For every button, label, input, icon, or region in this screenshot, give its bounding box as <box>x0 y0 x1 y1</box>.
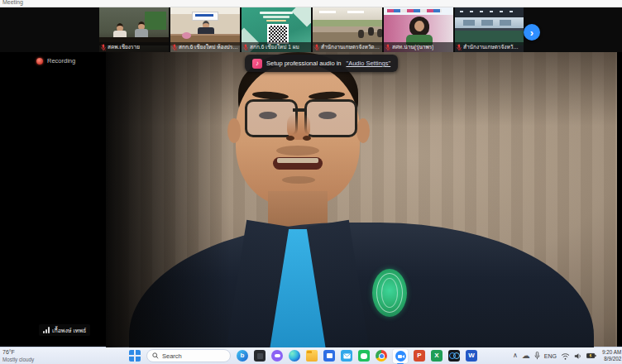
microphone-icon[interactable] <box>534 352 540 360</box>
participant-name: สศท.น่าน(รุ่นาพร) <box>392 42 433 52</box>
line-app-icon[interactable] <box>358 350 370 362</box>
start-button[interactable] <box>129 350 141 362</box>
participant-label: สำนักงานเกษตรจังหวัดพิจิ... <box>313 42 382 52</box>
participant-name: สกก.6 เชียงใหม่ ห้องประชุม 3 <box>179 42 238 52</box>
chrome-icon[interactable] <box>376 350 387 362</box>
mic-muted-icon <box>101 44 106 51</box>
participant-label: สคพ.เชียงราย <box>99 42 169 52</box>
language-indicator[interactable]: ENG <box>544 353 557 359</box>
copilot-icon[interactable]: b <box>237 350 248 362</box>
zoom-app-icon <box>395 351 406 362</box>
mic-muted-icon <box>243 44 248 51</box>
chat-icon[interactable] <box>271 350 283 362</box>
zoom-meeting-screen: Meeting สคพ.เชียงราย สกก.6 เชียงใหม่ ห้อ… <box>0 0 622 364</box>
participant-label: สศท.น่าน(รุ่นาพร) <box>384 42 453 52</box>
recording-dot-icon <box>36 58 43 65</box>
participant-name: สำนักงานเกษตรจังหวัดพิจิ... <box>321 42 380 52</box>
participant-thumbnail[interactable]: สำนักงานเกษตรจังหวัด(อุทย... <box>455 7 524 52</box>
envelope-icon <box>343 353 351 359</box>
window-title: Meeting <box>2 0 622 5</box>
tooltip-text: Setup professional audio in <box>266 60 341 67</box>
file-explorer-icon[interactable] <box>306 350 318 362</box>
main-stage: Recording ♪ Setup professional audio in … <box>0 52 622 347</box>
clock-widget[interactable]: 9:20 AM 8/9/202 <box>602 349 621 362</box>
participant-thumbnail[interactable]: สศท.น่าน(รุ่นาพร) <box>384 7 453 52</box>
next-page-button[interactable]: › <box>524 24 540 41</box>
active-speaker-video <box>106 52 617 347</box>
tray-chevron-icon[interactable]: ∧ <box>513 352 518 359</box>
store-icon[interactable] <box>323 350 335 362</box>
music-note-icon: ♪ <box>252 59 262 69</box>
windows-taskbar: 76°F Mostly cloudy Search b P <box>0 347 622 364</box>
taskbar-dock: Search b P X W <box>129 347 477 364</box>
recording-indicator[interactable]: Recording <box>36 57 75 65</box>
powerpoint-icon[interactable]: P <box>414 350 425 362</box>
word-icon[interactable]: W <box>466 350 477 362</box>
green-emblem-badge <box>372 269 407 317</box>
participant-label: สกก.6 เชียงใหม่ 1 ผม <box>242 42 311 52</box>
search-icon <box>152 352 159 359</box>
audio-level-icon <box>43 327 50 333</box>
widgets-icon[interactable] <box>254 350 266 362</box>
participant-label: สำนักงานเกษตรจังหวัด(อุทย... <box>455 42 524 52</box>
edge-browser-icon[interactable] <box>289 350 300 362</box>
participant-name: สำนักงานเกษตรจังหวัด(อุทย... <box>463 42 522 52</box>
excel-icon[interactable]: X <box>431 350 443 362</box>
participant-thumbnail[interactable]: สำนักงานเกษตรจังหวัดพิจิ... <box>313 7 382 52</box>
weather-condition: Mostly cloudy <box>2 356 34 363</box>
wifi-icon[interactable] <box>561 352 570 360</box>
mail-icon[interactable] <box>341 350 352 362</box>
window-titlebar: Meeting <box>0 0 622 7</box>
zoom-app-active[interactable] <box>393 349 408 363</box>
participant-thumbnail[interactable]: สคพ.เชียงราย <box>99 7 169 52</box>
audio-settings-tooltip: ♪ Setup professional audio in "Audio Set… <box>245 55 398 72</box>
screen-recorder-icon[interactable] <box>448 350 460 362</box>
speaker-name-tag: เกื้อพงษ์ เทพธ์ <box>39 324 90 336</box>
participant-name: สกก.6 เชียงใหม่ 1 ผม <box>250 42 299 52</box>
chevron-right-icon: › <box>530 27 533 38</box>
participant-label: สกก.6 เชียงใหม่ ห้องประชุม 3 <box>170 42 240 52</box>
participant-thumbnail[interactable]: สกก.6 เชียงใหม่ ห้องประชุม 3 <box>170 7 240 52</box>
mic-muted-icon <box>457 44 462 51</box>
speaker-name: เกื้อพงษ์ เทพธ์ <box>52 326 86 335</box>
weather-widget[interactable]: 76°F Mostly cloudy <box>2 348 34 363</box>
weather-temperature: 76°F <box>2 348 34 356</box>
clock-time: 9:20 AM <box>602 349 621 356</box>
system-tray: ∧ ☁ ENG 9:20 AM 8/9/202 <box>513 347 621 364</box>
meeting-app: สคพ.เชียงราย สกก.6 เชียงใหม่ ห้องประชุม … <box>0 7 622 347</box>
mic-muted-icon <box>314 44 319 51</box>
participant-filmstrip: สคพ.เชียงราย สกก.6 เชียงใหม่ ห้องประชุม … <box>0 7 622 52</box>
onedrive-cloud-icon[interactable]: ☁ <box>522 352 530 360</box>
participant-thumbnail[interactable]: สกก.6 เชียงใหม่ 1 ผม <box>242 7 311 52</box>
mic-muted-icon <box>385 44 390 51</box>
search-placeholder: Search <box>162 352 182 360</box>
battery-icon[interactable] <box>586 352 596 359</box>
recording-label: Recording <box>47 57 75 65</box>
mic-muted-icon <box>172 44 177 51</box>
participant-name: สคพ.เชียงราย <box>108 42 140 52</box>
clock-date: 8/9/202 <box>604 356 621 362</box>
speaker-icon[interactable] <box>574 352 582 360</box>
audio-settings-link[interactable]: "Audio Settings" <box>346 60 390 67</box>
search-box[interactable]: Search <box>146 349 231 362</box>
qr-code <box>267 24 289 44</box>
